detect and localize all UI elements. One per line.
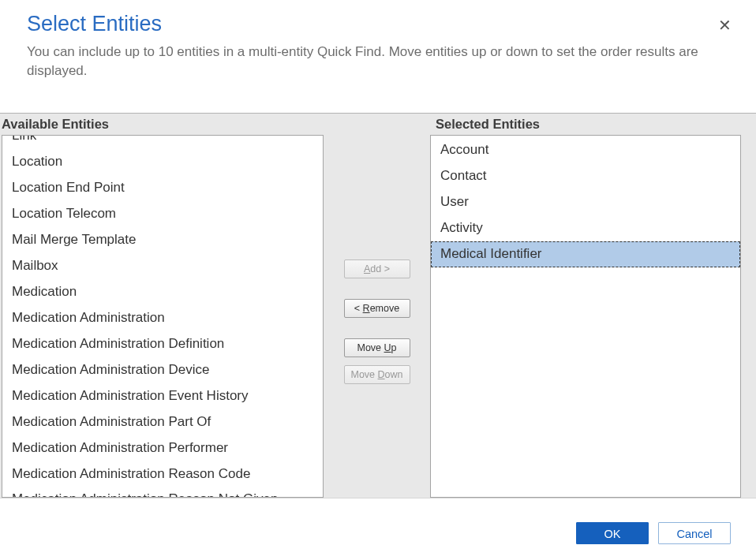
dialog-header: Select Entities You can include up to 10…	[0, 0, 756, 83]
list-item[interactable]: Medication Administration Definition	[2, 331, 323, 357]
transfer-buttons-column: Add > < Remove Move Up Move Down	[324, 135, 430, 392]
lists-row: LinkLocationLocation End PointLocation T…	[0, 135, 756, 498]
list-item[interactable]: Contact	[431, 163, 740, 189]
list-item[interactable]: Activity	[431, 215, 740, 241]
list-item[interactable]: User	[431, 189, 740, 215]
list-item[interactable]: Medication Administration Part Of	[2, 409, 323, 435]
selected-entities-label: Selected Entities	[434, 114, 756, 135]
add-button-suffix: dd >	[370, 263, 390, 274]
list-item[interactable]: Mail Merge Template	[2, 227, 323, 253]
remove-button-suffix: emove	[370, 303, 400, 314]
list-item[interactable]: Medication Administration Reason Code	[2, 461, 323, 487]
dialog-body: Available Entities Selected Entities Lin…	[0, 113, 756, 498]
list-labels-row: Available Entities Selected Entities	[0, 114, 756, 135]
list-item[interactable]: Medication Administration Event History	[2, 383, 323, 409]
list-item[interactable]: Medication Administration Device	[2, 357, 323, 383]
move-up-button-prefix: Move	[357, 342, 384, 353]
move-up-button-suffix: p	[391, 342, 397, 353]
close-button[interactable]: ✕	[715, 16, 734, 35]
move-down-button-prefix: Move	[350, 369, 377, 380]
list-item[interactable]: Location	[2, 149, 323, 175]
list-item[interactable]: Mailbox	[2, 253, 323, 279]
move-up-button-mnemonic: U	[384, 342, 391, 353]
list-item[interactable]: Medication Administration Performer	[2, 435, 323, 461]
spacer	[327, 114, 434, 135]
remove-button-prefix: <	[354, 303, 363, 314]
selected-entities-listbox[interactable]: AccountContactUserActivityMedical Identi…	[430, 135, 741, 498]
list-item[interactable]: Location Telecom	[2, 201, 323, 227]
move-down-button: Move Down	[344, 365, 410, 384]
dialog-title: Select Entities	[27, 11, 729, 38]
list-item[interactable]: Medication Administration Reason Not Giv…	[2, 487, 323, 498]
add-button: Add >	[344, 259, 410, 278]
available-entities-listbox[interactable]: LinkLocationLocation End PointLocation T…	[2, 135, 324, 498]
list-item[interactable]: Medication	[2, 279, 323, 305]
list-item[interactable]: Medication Administration	[2, 305, 323, 331]
list-item[interactable]: Link	[2, 135, 323, 149]
remove-button[interactable]: < Remove	[344, 299, 410, 318]
remove-button-mnemonic: R	[363, 303, 370, 314]
ok-button[interactable]: OK	[576, 522, 649, 544]
move-up-button[interactable]: Move Up	[344, 338, 410, 357]
select-entities-dialog: ✕ Select Entities You can include up to …	[0, 0, 756, 560]
close-icon: ✕	[718, 16, 732, 35]
dialog-subtitle: You can include up to 10 entities in a m…	[27, 43, 729, 80]
list-item[interactable]: Medical Identifier	[431, 241, 740, 267]
list-item[interactable]: Account	[431, 137, 740, 163]
move-down-button-suffix: own	[385, 369, 403, 380]
available-entities-label: Available Entities	[0, 114, 327, 135]
move-down-button-mnemonic: D	[378, 369, 385, 380]
list-item[interactable]: Location End Point	[2, 175, 323, 201]
dialog-footer: OK Cancel	[0, 498, 756, 560]
cancel-button[interactable]: Cancel	[658, 522, 731, 544]
